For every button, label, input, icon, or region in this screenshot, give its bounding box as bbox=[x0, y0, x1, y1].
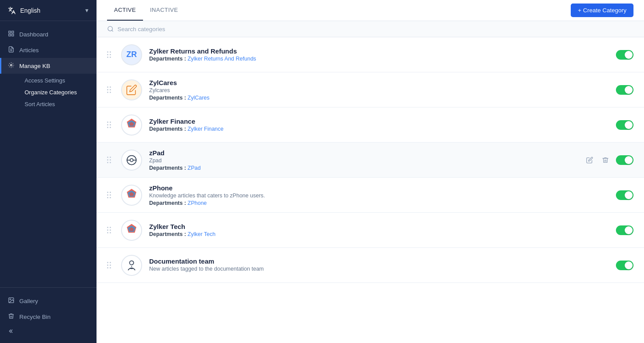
table-row: zPhone Knowledge articles that caters to… bbox=[97, 178, 644, 213]
drag-handle[interactable] bbox=[107, 86, 114, 93]
category-list: ZR Zylker Returns and Refunds Department… bbox=[97, 37, 644, 343]
dashboard-icon bbox=[7, 30, 15, 38]
table-row: Zylker Finance Departments : Zylker Fina… bbox=[97, 107, 644, 143]
category-dept: Departments : Zylker Finance bbox=[149, 126, 609, 132]
drag-handle[interactable] bbox=[107, 121, 114, 128]
svg-point-28 bbox=[129, 261, 133, 264]
gallery-icon bbox=[7, 297, 15, 305]
drag-handle[interactable] bbox=[107, 262, 114, 268]
drag-handle[interactable] bbox=[107, 192, 114, 198]
recycle-bin-icon bbox=[7, 313, 15, 321]
language-chevron-icon: ▼ bbox=[84, 7, 89, 14]
svg-line-14 bbox=[112, 30, 113, 32]
svg-point-13 bbox=[108, 26, 112, 31]
tab-inactive[interactable]: INACTIVE bbox=[143, 0, 185, 21]
category-actions bbox=[616, 85, 633, 95]
svg-rect-0 bbox=[8, 31, 10, 33]
category-actions bbox=[616, 225, 633, 235]
table-row: zPad Zpad Departments : ZPad bbox=[97, 143, 644, 178]
edit-button[interactable] bbox=[584, 155, 595, 165]
main-content: ACTIVE INACTIVE + Create Category ZR bbox=[97, 0, 644, 343]
delete-button[interactable] bbox=[600, 155, 611, 165]
category-icon bbox=[121, 185, 142, 206]
category-name: Zylker Finance bbox=[149, 118, 609, 125]
svg-rect-2 bbox=[8, 34, 10, 36]
category-info: Zylker Finance Departments : Zylker Fina… bbox=[149, 118, 609, 132]
sidebar-item-gallery[interactable]: Gallery bbox=[0, 293, 97, 309]
category-desc: Zylcares bbox=[149, 87, 609, 93]
category-actions bbox=[616, 261, 633, 270]
category-icon bbox=[121, 114, 142, 136]
category-desc: Knowledge articles that caters to zPhone… bbox=[149, 193, 609, 199]
category-dept: Departments : Zylker Returns And Refunds bbox=[149, 56, 609, 62]
sidebar-item-manage-kb[interactable]: Manage KB bbox=[0, 58, 97, 74]
category-info: zPhone Knowledge articles that caters to… bbox=[149, 184, 609, 206]
manage-kb-label: Manage KB bbox=[19, 63, 50, 69]
category-name: Zylker Tech bbox=[149, 223, 609, 230]
category-name: zPad bbox=[149, 149, 577, 157]
category-info: Zylker Tech Departments : Zylker Tech bbox=[149, 223, 609, 237]
drag-handle[interactable] bbox=[107, 227, 114, 233]
toggle-switch[interactable] bbox=[616, 225, 633, 235]
sidebar-item-dashboard[interactable]: Dashboard bbox=[0, 26, 97, 42]
category-actions bbox=[584, 155, 633, 165]
table-row: ZylCares Zylcares Departments : ZylCares bbox=[97, 72, 644, 107]
tab-group: ACTIVE INACTIVE bbox=[107, 0, 185, 21]
category-icon bbox=[121, 150, 142, 171]
category-desc: Zpad bbox=[149, 157, 577, 164]
sidebar-item-recycle-bin[interactable]: Recycle Bin bbox=[0, 309, 97, 325]
sidebar-bottom: Gallery Recycle Bin bbox=[0, 287, 97, 343]
svg-rect-1 bbox=[11, 31, 13, 33]
sidebar: English ▼ Dashboard Articles Manage KB A… bbox=[0, 0, 97, 343]
svg-rect-3 bbox=[11, 34, 13, 36]
sidebar-sub-nav: Access Settings Organize Categories Sort… bbox=[0, 74, 97, 114]
toggle-switch[interactable] bbox=[616, 261, 633, 270]
table-row: Zylker Tech Departments : Zylker Tech bbox=[97, 213, 644, 248]
sidebar-item-articles[interactable]: Articles bbox=[0, 42, 97, 58]
toggle-switch[interactable] bbox=[616, 50, 633, 60]
manage-kb-icon bbox=[7, 62, 15, 70]
toggle-switch[interactable] bbox=[616, 155, 633, 165]
category-dept: Departments : ZPad bbox=[149, 165, 577, 171]
category-desc: New articles tagged to the documentation… bbox=[149, 266, 609, 272]
articles-icon bbox=[7, 46, 15, 54]
drag-handle[interactable] bbox=[107, 51, 114, 58]
sidebar-item-access-settings[interactable]: Access Settings bbox=[19, 75, 97, 86]
create-category-button[interactable]: + Create Category bbox=[571, 4, 633, 17]
translate-icon bbox=[7, 6, 17, 15]
toggle-switch[interactable] bbox=[616, 85, 633, 95]
category-icon: ZR bbox=[121, 44, 142, 65]
table-row: Documentation team New articles tagged t… bbox=[97, 248, 644, 283]
sidebar-header[interactable]: English ▼ bbox=[0, 0, 97, 21]
category-actions bbox=[616, 50, 633, 60]
category-actions bbox=[616, 120, 633, 130]
category-info: ZylCares Zylcares Departments : ZylCares bbox=[149, 79, 609, 101]
category-name: zPhone bbox=[149, 184, 609, 192]
category-dept: Departments : ZylCares bbox=[149, 95, 609, 101]
category-dept: Departments : Zylker Tech bbox=[149, 231, 609, 237]
collapse-button[interactable] bbox=[0, 325, 97, 338]
recycle-bin-label: Recycle Bin bbox=[19, 314, 50, 320]
dashboard-label: Dashboard bbox=[19, 31, 48, 38]
sidebar-nav: Dashboard Articles Manage KB Access Sett… bbox=[0, 21, 97, 287]
category-info: Zylker Returns and Refunds Departments :… bbox=[149, 47, 609, 62]
category-icon bbox=[121, 220, 142, 241]
drag-handle[interactable] bbox=[107, 157, 114, 163]
search-icon bbox=[107, 25, 114, 32]
svg-point-19 bbox=[130, 158, 133, 161]
toggle-switch[interactable] bbox=[616, 190, 633, 200]
toggle-switch[interactable] bbox=[616, 120, 633, 130]
tabs-bar: ACTIVE INACTIVE + Create Category bbox=[97, 0, 644, 21]
sidebar-item-organize-categories[interactable]: Organize Categories bbox=[19, 86, 97, 98]
category-dept: Departments : ZPhone bbox=[149, 200, 609, 206]
search-input[interactable] bbox=[118, 26, 633, 32]
category-info: zPad Zpad Departments : ZPad bbox=[149, 149, 577, 171]
category-info: Documentation team New articles tagged t… bbox=[149, 257, 609, 273]
category-name: ZylCares bbox=[149, 79, 609, 86]
search-bar bbox=[97, 21, 644, 37]
category-name: Documentation team bbox=[149, 257, 609, 265]
tab-active[interactable]: ACTIVE bbox=[107, 0, 143, 21]
sidebar-item-sort-articles[interactable]: Sort Articles bbox=[19, 98, 97, 110]
svg-point-12 bbox=[10, 299, 11, 300]
gallery-label: Gallery bbox=[19, 298, 38, 304]
